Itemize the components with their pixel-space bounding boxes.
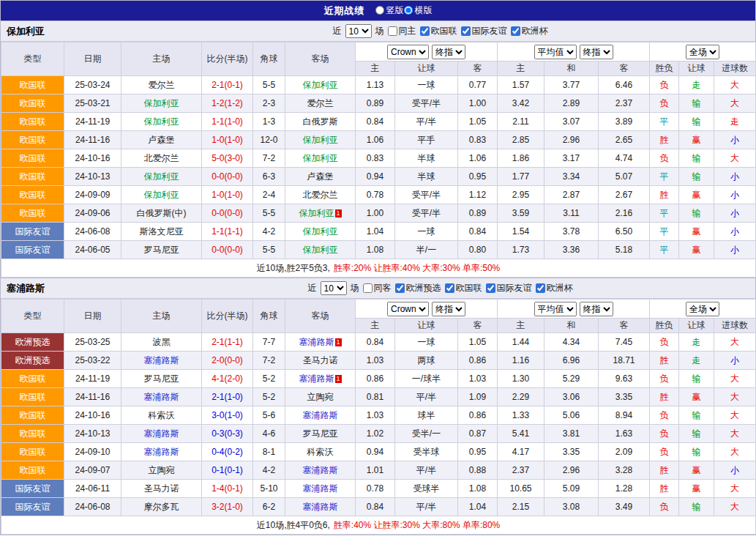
- asia-company-select[interactable]: Crown: [387, 302, 429, 316]
- filter-checkbox[interactable]: [445, 283, 454, 293]
- euro-final-select[interactable]: 终指: [580, 302, 613, 316]
- scope-select[interactable]: 全场: [686, 302, 719, 316]
- filter-option-2[interactable]: 国际友谊: [461, 25, 507, 37]
- away-team-link[interactable]: 卢森堡: [307, 171, 334, 182]
- away-team-link[interactable]: 北爱尔兰: [303, 190, 338, 200]
- match-count-select[interactable]: 10: [321, 281, 347, 295]
- away-team-link[interactable]: 圣马力诺: [303, 355, 338, 365]
- league-badge[interactable]: 国际友谊: [1, 223, 64, 241]
- asia-final-select[interactable]: 终指: [432, 302, 465, 316]
- away-team-link[interactable]: 科索沃: [307, 447, 334, 457]
- score-link[interactable]: 1-1(1-0): [212, 116, 243, 127]
- home-team-link[interactable]: 保加利亚: [144, 171, 179, 182]
- home-team-link[interactable]: 罗马尼亚: [144, 373, 179, 384]
- score-link[interactable]: 2-1(1-1): [212, 337, 243, 347]
- score-link[interactable]: 3-0(1-0): [212, 410, 243, 420]
- league-badge[interactable]: 欧国联: [1, 186, 64, 204]
- layout-radio-horizontal[interactable]: 横版: [404, 4, 433, 17]
- filter-option-1[interactable]: 欧洲预选: [395, 282, 441, 294]
- filter-checkbox[interactable]: [420, 26, 430, 36]
- away-team-link[interactable]: 保加利亚: [303, 245, 338, 255]
- home-team-link[interactable]: 圣马力诺: [144, 483, 179, 494]
- league-badge[interactable]: 欧国联: [1, 76, 64, 94]
- filter-option-3[interactable]: 欧洲杯: [511, 25, 548, 37]
- league-badge[interactable]: 欧洲预选: [1, 352, 64, 370]
- home-team-link[interactable]: 塞浦路斯: [144, 355, 179, 365]
- score-link[interactable]: 1-4(0-1): [212, 483, 243, 494]
- score-link[interactable]: 0-4(0-2): [212, 447, 243, 457]
- away-team-link[interactable]: 罗马尼亚: [303, 428, 338, 439]
- league-badge[interactable]: 国际友谊: [1, 480, 64, 498]
- away-team-link[interactable]: 塞浦路斯: [303, 483, 338, 494]
- score-link[interactable]: 0-0(0-0): [212, 208, 243, 218]
- filter-option-1[interactable]: 欧国联: [420, 25, 457, 37]
- away-team-link[interactable]: 保加利亚: [303, 226, 338, 237]
- league-badge[interactable]: 欧国联: [1, 131, 64, 149]
- filter-option-0[interactable]: 同客: [363, 282, 392, 294]
- home-team-link[interactable]: 立陶宛: [149, 465, 175, 475]
- league-badge[interactable]: 国际友谊: [1, 241, 64, 259]
- away-team-link[interactable]: 保加利亚: [303, 135, 338, 145]
- league-badge[interactable]: 欧国联: [1, 443, 64, 461]
- league-badge[interactable]: 欧国联: [1, 425, 64, 443]
- filter-option-3[interactable]: 国际友谊: [486, 282, 532, 294]
- score-link[interactable]: 2-1(1-0): [212, 392, 243, 402]
- home-team-link[interactable]: 卢森堡: [149, 135, 175, 145]
- match-count-select[interactable]: 10: [345, 24, 372, 38]
- home-team-link[interactable]: 波黑: [153, 337, 171, 347]
- filter-checkbox[interactable]: [395, 283, 405, 293]
- home-team-link[interactable]: 保加利亚: [144, 98, 179, 108]
- filter-option-2[interactable]: 欧国联: [445, 282, 482, 294]
- euro-company-select[interactable]: 平均值: [534, 302, 577, 316]
- home-team-link[interactable]: 塞浦路斯: [144, 447, 179, 457]
- league-badge[interactable]: 国际友谊: [1, 498, 64, 516]
- away-team-link[interactable]: 塞浦路斯: [303, 410, 338, 420]
- score-link[interactable]: 3-2(1-0): [212, 502, 243, 512]
- away-team-link[interactable]: 塞浦路斯: [303, 502, 338, 512]
- scope-select[interactable]: 全场: [686, 45, 719, 59]
- league-badge[interactable]: 欧国联: [1, 149, 64, 168]
- home-team-link[interactable]: 塞浦路斯: [144, 428, 179, 439]
- score-link[interactable]: 2-1(0-1): [212, 80, 243, 90]
- home-team-link[interactable]: 保加利亚: [144, 116, 179, 127]
- score-link[interactable]: 0-0(0-0): [212, 245, 243, 255]
- away-team-link[interactable]: 保加利亚: [303, 80, 338, 90]
- score-link[interactable]: 1-0(1-0): [212, 190, 243, 200]
- filter-checkbox[interactable]: [363, 283, 373, 293]
- filter-checkbox[interactable]: [461, 26, 471, 36]
- home-team-link[interactable]: 斯洛文尼亚: [140, 226, 184, 237]
- score-link[interactable]: 0-0(0-0): [212, 171, 243, 182]
- league-badge[interactable]: 欧国联: [1, 388, 64, 406]
- away-team-link[interactable]: 保加利亚: [299, 208, 334, 218]
- home-team-link[interactable]: 保加利亚: [144, 190, 179, 200]
- filter-option-4[interactable]: 欧洲杯: [536, 282, 573, 294]
- score-link[interactable]: 1-1(1-1): [212, 226, 243, 237]
- home-team-link[interactable]: 罗马尼亚: [144, 245, 179, 255]
- filter-checkbox[interactable]: [388, 26, 397, 36]
- euro-company-select[interactable]: 平均值: [534, 45, 577, 59]
- league-badge[interactable]: 欧洲预选: [1, 333, 64, 352]
- away-team-link[interactable]: 塞浦路斯: [299, 337, 334, 347]
- score-link[interactable]: 1-2(1-2): [212, 98, 243, 108]
- score-link[interactable]: 0-1(0-1): [212, 465, 243, 475]
- home-team-link[interactable]: 爱尔兰: [149, 80, 175, 90]
- home-team-link[interactable]: 塞浦路斯: [144, 392, 179, 402]
- layout-radio-input[interactable]: [404, 6, 413, 15]
- away-team-link[interactable]: 塞浦路斯: [303, 465, 338, 475]
- league-badge[interactable]: 欧国联: [1, 204, 64, 223]
- asia-final-select[interactable]: 终指: [432, 45, 465, 59]
- league-badge[interactable]: 欧国联: [1, 113, 64, 131]
- home-team-link[interactable]: 白俄罗斯(中): [137, 208, 187, 218]
- euro-final-select[interactable]: 终指: [580, 45, 613, 59]
- home-team-link[interactable]: 摩尔多瓦: [144, 502, 179, 512]
- score-link[interactable]: 2-0(0-0): [212, 355, 243, 365]
- league-badge[interactable]: 欧国联: [1, 94, 64, 113]
- away-team-link[interactable]: 保加利亚: [303, 153, 338, 163]
- asia-company-select[interactable]: Crown: [387, 45, 429, 59]
- filter-option-0[interactable]: 同主: [388, 25, 416, 37]
- home-team-link[interactable]: 科索沃: [149, 410, 175, 420]
- home-team-link[interactable]: 北爱尔兰: [144, 153, 179, 163]
- league-badge[interactable]: 欧国联: [1, 406, 64, 425]
- layout-radio-input[interactable]: [375, 6, 384, 15]
- league-badge[interactable]: 欧国联: [1, 370, 64, 388]
